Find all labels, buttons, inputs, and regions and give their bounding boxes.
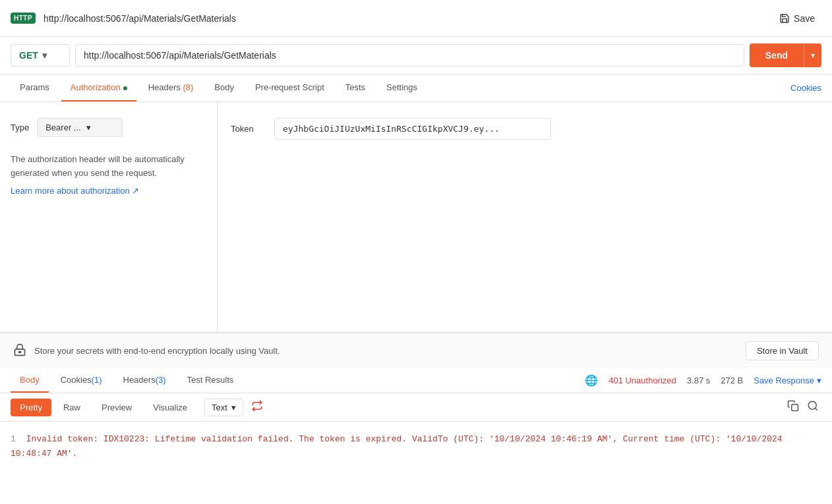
- auth-left-panel: Type Bearer ... ▾ The authorization head…: [0, 102, 218, 332]
- vault-lock-icon: [13, 343, 26, 359]
- request-tabs: Params Authorization Headers (8) Body Pr…: [0, 74, 832, 102]
- format-toolbar: Pretty Raw Preview Visualize Text ▾: [0, 393, 832, 422]
- copy-button[interactable]: [785, 397, 802, 417]
- resp-tab-headers[interactable]: Headers(3): [114, 368, 175, 393]
- http-icon: HTTP: [11, 13, 36, 24]
- auth-right-panel: Token: [218, 102, 832, 332]
- top-bar-url: http://localhost:5067/api/Materials/GetM…: [44, 13, 765, 24]
- store-in-vault-button[interactable]: Store in Vault: [746, 341, 819, 360]
- tab-settings[interactable]: Settings: [377, 74, 427, 101]
- fmt-tab-preview[interactable]: Preview: [92, 399, 141, 416]
- tab-prerequest[interactable]: Pre-request Script: [246, 74, 334, 101]
- svg-line-4: [815, 408, 817, 410]
- svg-point-3: [808, 401, 816, 409]
- line-number: 1: [11, 434, 16, 444]
- url-bar: GET ▾ Send ▾: [0, 37, 832, 74]
- fmt-tab-visualize[interactable]: Visualize: [144, 399, 196, 416]
- save-icon: [779, 13, 790, 24]
- resp-tab-cookies[interactable]: Cookies(1): [51, 368, 111, 393]
- wrap-lines-button[interactable]: [249, 397, 266, 417]
- chevron-down-icon: ▾: [86, 123, 91, 132]
- auth-description: The authorization header will be automat…: [11, 153, 206, 181]
- method-select[interactable]: GET ▾: [11, 44, 70, 67]
- save-button[interactable]: Save: [773, 9, 821, 28]
- tab-params[interactable]: Params: [11, 74, 59, 101]
- response-size: 272 B: [721, 376, 743, 385]
- bearer-type-select[interactable]: Bearer ... ▾: [37, 118, 123, 137]
- response-tabs: Body Cookies(1) Headers(3) Test Results …: [0, 368, 832, 393]
- type-label: Type: [11, 123, 29, 132]
- search-button[interactable]: [804, 397, 821, 417]
- cookies-link[interactable]: Cookies: [790, 75, 821, 101]
- auth-panel: Type Bearer ... ▾ The authorization head…: [0, 102, 832, 333]
- response-text: Invalid token: IDX10223: Lifetime valida…: [11, 434, 783, 459]
- svg-rect-2: [792, 405, 798, 411]
- authorization-active-dot: [123, 86, 127, 90]
- resp-tab-test-results[interactable]: Test Results: [178, 368, 243, 393]
- tab-headers[interactable]: Headers (8): [139, 74, 203, 101]
- chevron-down-icon: ▾: [817, 376, 821, 385]
- tab-tests[interactable]: Tests: [336, 74, 374, 101]
- response-body: 1Invalid token: IDX10223: Lifetime valid…: [0, 422, 832, 472]
- fmt-tab-pretty[interactable]: Pretty: [11, 399, 51, 416]
- text-format-label: Text: [212, 403, 227, 412]
- token-row: Token: [231, 118, 819, 140]
- svg-rect-1: [18, 351, 20, 352]
- resp-tab-body[interactable]: Body: [11, 368, 49, 393]
- globe-icon: 🌐: [585, 374, 598, 387]
- chevron-down-icon: ▾: [231, 403, 236, 412]
- save-label: Save: [794, 13, 815, 24]
- token-label: Token: [231, 124, 264, 134]
- chevron-down-icon: ▾: [42, 50, 47, 61]
- fmt-tab-raw[interactable]: Raw: [54, 399, 90, 416]
- status-badge: 401 Unauthorized: [609, 376, 676, 385]
- bearer-label: Bearer ...: [45, 123, 80, 132]
- response-status-area: 🌐 401 Unauthorized 3.87 s 272 B Save Res…: [585, 374, 821, 387]
- method-label: GET: [19, 50, 38, 61]
- vault-banner: Store your secrets with end-to-end encry…: [0, 333, 832, 368]
- token-input[interactable]: [274, 118, 551, 140]
- learn-more-link[interactable]: Learn more about authorization ↗: [11, 186, 139, 196]
- send-button-group: Send ▾: [750, 43, 821, 67]
- send-button[interactable]: Send: [750, 43, 804, 67]
- type-row: Type Bearer ... ▾: [11, 118, 206, 137]
- text-format-select[interactable]: Text ▾: [204, 399, 243, 416]
- response-time: 3.87 s: [687, 376, 710, 385]
- tab-authorization[interactable]: Authorization: [61, 74, 136, 101]
- top-bar: HTTP http://localhost:5067/api/Materials…: [0, 0, 832, 37]
- vault-description: Store your secrets with end-to-end encry…: [34, 346, 738, 356]
- save-response-button[interactable]: Save Response ▾: [754, 376, 821, 385]
- url-input[interactable]: [75, 44, 744, 67]
- tab-body[interactable]: Body: [205, 74, 243, 101]
- send-dropdown-button[interactable]: ▾: [804, 43, 821, 67]
